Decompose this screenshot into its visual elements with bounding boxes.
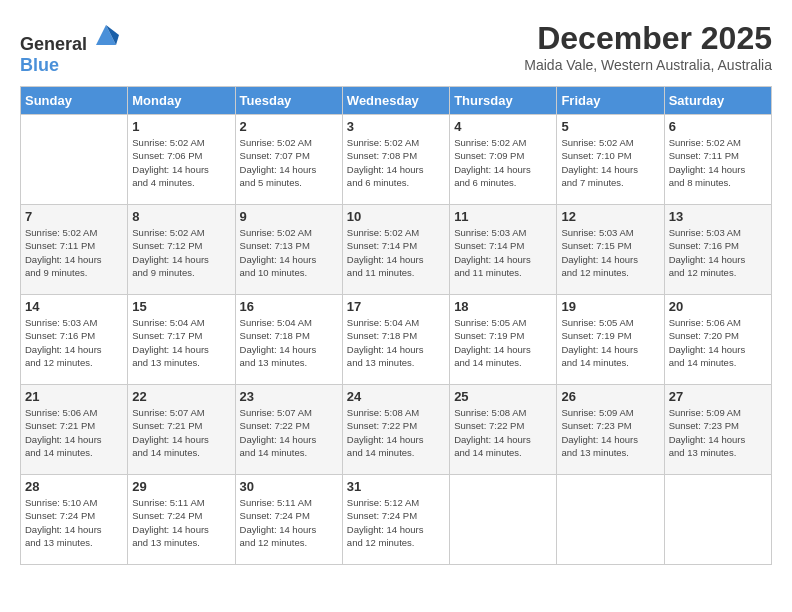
logo-icon [91, 20, 121, 50]
calendar-cell: 25Sunrise: 5:08 AM Sunset: 7:22 PM Dayli… [450, 385, 557, 475]
day-info: Sunrise: 5:04 AM Sunset: 7:17 PM Dayligh… [132, 316, 230, 369]
day-number: 31 [347, 479, 445, 494]
calendar-cell [664, 475, 771, 565]
calendar-cell: 18Sunrise: 5:05 AM Sunset: 7:19 PM Dayli… [450, 295, 557, 385]
day-info: Sunrise: 5:02 AM Sunset: 7:09 PM Dayligh… [454, 136, 552, 189]
column-header-monday: Monday [128, 87, 235, 115]
day-info: Sunrise: 5:02 AM Sunset: 7:06 PM Dayligh… [132, 136, 230, 189]
day-info: Sunrise: 5:02 AM Sunset: 7:10 PM Dayligh… [561, 136, 659, 189]
day-info: Sunrise: 5:11 AM Sunset: 7:24 PM Dayligh… [240, 496, 338, 549]
calendar-body: 1Sunrise: 5:02 AM Sunset: 7:06 PM Daylig… [21, 115, 772, 565]
day-number: 8 [132, 209, 230, 224]
column-header-friday: Friday [557, 87, 664, 115]
day-info: Sunrise: 5:02 AM Sunset: 7:08 PM Dayligh… [347, 136, 445, 189]
day-info: Sunrise: 5:04 AM Sunset: 7:18 PM Dayligh… [347, 316, 445, 369]
day-info: Sunrise: 5:02 AM Sunset: 7:11 PM Dayligh… [669, 136, 767, 189]
day-info: Sunrise: 5:02 AM Sunset: 7:13 PM Dayligh… [240, 226, 338, 279]
day-info: Sunrise: 5:03 AM Sunset: 7:16 PM Dayligh… [669, 226, 767, 279]
day-number: 26 [561, 389, 659, 404]
day-number: 22 [132, 389, 230, 404]
day-info: Sunrise: 5:07 AM Sunset: 7:22 PM Dayligh… [240, 406, 338, 459]
day-number: 7 [25, 209, 123, 224]
day-info: Sunrise: 5:05 AM Sunset: 7:19 PM Dayligh… [454, 316, 552, 369]
logo-blue: Blue [20, 55, 59, 75]
calendar-cell: 11Sunrise: 5:03 AM Sunset: 7:14 PM Dayli… [450, 205, 557, 295]
calendar-cell: 5Sunrise: 5:02 AM Sunset: 7:10 PM Daylig… [557, 115, 664, 205]
calendar-cell: 30Sunrise: 5:11 AM Sunset: 7:24 PM Dayli… [235, 475, 342, 565]
day-number: 5 [561, 119, 659, 134]
calendar-week-1: 1Sunrise: 5:02 AM Sunset: 7:06 PM Daylig… [21, 115, 772, 205]
day-number: 29 [132, 479, 230, 494]
day-info: Sunrise: 5:06 AM Sunset: 7:20 PM Dayligh… [669, 316, 767, 369]
day-number: 13 [669, 209, 767, 224]
day-number: 11 [454, 209, 552, 224]
day-number: 21 [25, 389, 123, 404]
day-number: 19 [561, 299, 659, 314]
calendar-cell: 14Sunrise: 5:03 AM Sunset: 7:16 PM Dayli… [21, 295, 128, 385]
day-number: 25 [454, 389, 552, 404]
day-info: Sunrise: 5:09 AM Sunset: 7:23 PM Dayligh… [669, 406, 767, 459]
calendar-cell: 13Sunrise: 5:03 AM Sunset: 7:16 PM Dayli… [664, 205, 771, 295]
page-header: General Blue December 2025 Maida Vale, W… [20, 20, 772, 76]
calendar-cell: 10Sunrise: 5:02 AM Sunset: 7:14 PM Dayli… [342, 205, 449, 295]
calendar-week-5: 28Sunrise: 5:10 AM Sunset: 7:24 PM Dayli… [21, 475, 772, 565]
day-info: Sunrise: 5:12 AM Sunset: 7:24 PM Dayligh… [347, 496, 445, 549]
calendar-cell: 6Sunrise: 5:02 AM Sunset: 7:11 PM Daylig… [664, 115, 771, 205]
calendar-cell [450, 475, 557, 565]
day-info: Sunrise: 5:03 AM Sunset: 7:15 PM Dayligh… [561, 226, 659, 279]
day-info: Sunrise: 5:03 AM Sunset: 7:14 PM Dayligh… [454, 226, 552, 279]
calendar-cell: 16Sunrise: 5:04 AM Sunset: 7:18 PM Dayli… [235, 295, 342, 385]
day-info: Sunrise: 5:08 AM Sunset: 7:22 PM Dayligh… [347, 406, 445, 459]
calendar-week-3: 14Sunrise: 5:03 AM Sunset: 7:16 PM Dayli… [21, 295, 772, 385]
calendar-cell: 1Sunrise: 5:02 AM Sunset: 7:06 PM Daylig… [128, 115, 235, 205]
calendar-cell: 17Sunrise: 5:04 AM Sunset: 7:18 PM Dayli… [342, 295, 449, 385]
day-info: Sunrise: 5:11 AM Sunset: 7:24 PM Dayligh… [132, 496, 230, 549]
day-info: Sunrise: 5:10 AM Sunset: 7:24 PM Dayligh… [25, 496, 123, 549]
location-subtitle: Maida Vale, Western Australia, Australia [524, 57, 772, 73]
calendar-cell: 29Sunrise: 5:11 AM Sunset: 7:24 PM Dayli… [128, 475, 235, 565]
column-header-wednesday: Wednesday [342, 87, 449, 115]
calendar-week-4: 21Sunrise: 5:06 AM Sunset: 7:21 PM Dayli… [21, 385, 772, 475]
day-info: Sunrise: 5:08 AM Sunset: 7:22 PM Dayligh… [454, 406, 552, 459]
calendar-cell: 7Sunrise: 5:02 AM Sunset: 7:11 PM Daylig… [21, 205, 128, 295]
column-header-saturday: Saturday [664, 87, 771, 115]
day-number: 4 [454, 119, 552, 134]
day-number: 2 [240, 119, 338, 134]
day-info: Sunrise: 5:03 AM Sunset: 7:16 PM Dayligh… [25, 316, 123, 369]
day-info: Sunrise: 5:02 AM Sunset: 7:07 PM Dayligh… [240, 136, 338, 189]
day-number: 18 [454, 299, 552, 314]
calendar-cell: 26Sunrise: 5:09 AM Sunset: 7:23 PM Dayli… [557, 385, 664, 475]
calendar-cell: 2Sunrise: 5:02 AM Sunset: 7:07 PM Daylig… [235, 115, 342, 205]
day-info: Sunrise: 5:04 AM Sunset: 7:18 PM Dayligh… [240, 316, 338, 369]
calendar-cell: 31Sunrise: 5:12 AM Sunset: 7:24 PM Dayli… [342, 475, 449, 565]
calendar-cell [557, 475, 664, 565]
calendar-header-row: SundayMondayTuesdayWednesdayThursdayFrid… [21, 87, 772, 115]
day-number: 16 [240, 299, 338, 314]
calendar-cell: 24Sunrise: 5:08 AM Sunset: 7:22 PM Dayli… [342, 385, 449, 475]
column-header-tuesday: Tuesday [235, 87, 342, 115]
calendar-cell: 22Sunrise: 5:07 AM Sunset: 7:21 PM Dayli… [128, 385, 235, 475]
day-number: 3 [347, 119, 445, 134]
day-number: 20 [669, 299, 767, 314]
logo-general: General [20, 34, 87, 54]
calendar-cell [21, 115, 128, 205]
day-number: 15 [132, 299, 230, 314]
calendar-week-2: 7Sunrise: 5:02 AM Sunset: 7:11 PM Daylig… [21, 205, 772, 295]
day-number: 14 [25, 299, 123, 314]
day-info: Sunrise: 5:06 AM Sunset: 7:21 PM Dayligh… [25, 406, 123, 459]
calendar-cell: 9Sunrise: 5:02 AM Sunset: 7:13 PM Daylig… [235, 205, 342, 295]
day-number: 9 [240, 209, 338, 224]
calendar-cell: 20Sunrise: 5:06 AM Sunset: 7:20 PM Dayli… [664, 295, 771, 385]
calendar-cell: 12Sunrise: 5:03 AM Sunset: 7:15 PM Dayli… [557, 205, 664, 295]
day-number: 12 [561, 209, 659, 224]
calendar-cell: 27Sunrise: 5:09 AM Sunset: 7:23 PM Dayli… [664, 385, 771, 475]
day-info: Sunrise: 5:09 AM Sunset: 7:23 PM Dayligh… [561, 406, 659, 459]
calendar-cell: 23Sunrise: 5:07 AM Sunset: 7:22 PM Dayli… [235, 385, 342, 475]
day-number: 28 [25, 479, 123, 494]
day-info: Sunrise: 5:05 AM Sunset: 7:19 PM Dayligh… [561, 316, 659, 369]
day-info: Sunrise: 5:02 AM Sunset: 7:12 PM Dayligh… [132, 226, 230, 279]
column-header-sunday: Sunday [21, 87, 128, 115]
calendar-cell: 28Sunrise: 5:10 AM Sunset: 7:24 PM Dayli… [21, 475, 128, 565]
calendar-cell: 3Sunrise: 5:02 AM Sunset: 7:08 PM Daylig… [342, 115, 449, 205]
column-header-thursday: Thursday [450, 87, 557, 115]
